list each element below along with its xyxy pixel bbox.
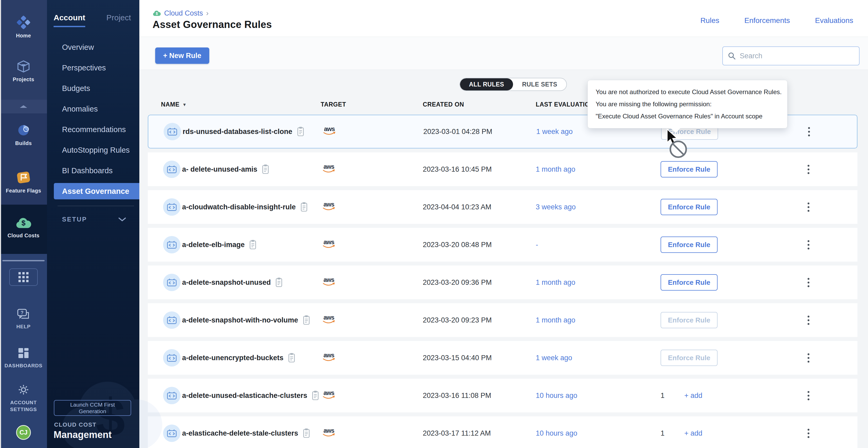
- chevron-down-icon: [118, 217, 126, 221]
- nav-link-evaluations[interactable]: Evaluations: [815, 16, 853, 25]
- breadcrumb-separator: ›: [206, 9, 209, 18]
- kebab-menu-icon[interactable]: [805, 313, 812, 328]
- last-evaluated-cell: 10 hours ago: [536, 391, 658, 400]
- copy-icon[interactable]: [303, 315, 310, 325]
- sidebar-item-autostopping-rules[interactable]: AutoStopping Rules: [47, 140, 140, 160]
- rule-icon: [163, 311, 181, 329]
- nav-link-enforcements[interactable]: Enforcements: [744, 16, 790, 25]
- sidebar-item-bi-dashboards[interactable]: BI Dashboards: [47, 160, 140, 181]
- search-input[interactable]: [740, 52, 854, 60]
- rail-collapse-band[interactable]: [0, 100, 47, 113]
- rail-item-builds[interactable]: Builds: [0, 123, 47, 146]
- target-cell: aws: [321, 238, 423, 251]
- rail-item-account-settings[interactable]: ACCOUNT SETTINGS: [0, 383, 47, 413]
- table-row[interactable]: a-elasticache-delete-stale-clusters aws …: [148, 416, 858, 448]
- cloud-costs-icon: $: [15, 216, 32, 230]
- enforce-rule-button[interactable]: Enforce Rule: [660, 199, 718, 215]
- target-cell: aws: [321, 125, 423, 138]
- nav-link-rules[interactable]: Rules: [701, 16, 719, 25]
- table-row[interactable]: a-delete-elb-image aws 2023-03-20 08:48 …: [148, 228, 858, 262]
- rail-item-home[interactable]: Home: [0, 15, 47, 39]
- cloud-costs-sidebar: $ Account Project Overview Perspectives …: [47, 0, 140, 448]
- enforce-rule-button[interactable]: Enforce Rule: [660, 312, 718, 328]
- page-header: $ Cloud Costs › Asset Governance Rules R…: [140, 0, 868, 37]
- table-row[interactable]: a-cloudwatch-disable-insight-rule aws 20…: [148, 190, 858, 224]
- launch-button-line2: Generation: [79, 408, 106, 414]
- breadcrumb-link-cloud-costs[interactable]: Cloud Costs: [164, 9, 203, 18]
- sidebar-item-anomalies[interactable]: Anomalies: [47, 99, 140, 119]
- row-menu-cell: [790, 388, 858, 403]
- rule-name: a- delete-unused-amis: [182, 165, 257, 173]
- table-row[interactable]: a- delete-unused-amis aws 2023-03-16 10:…: [148, 152, 858, 186]
- tab-account[interactable]: Account: [54, 13, 85, 27]
- toggle-all-rules[interactable]: ALL RULES: [460, 78, 513, 91]
- enforcement-cell: Enforce Rule: [658, 161, 790, 177]
- rule-name: a-delete-elb-image: [182, 241, 245, 249]
- copy-icon[interactable]: [303, 428, 310, 439]
- new-rule-button[interactable]: + New Rule: [155, 47, 209, 64]
- rail-label: DASHBOARDS: [4, 362, 42, 369]
- rule-name: a-delete-unencrypted-buckets: [182, 354, 283, 362]
- enforcement-cell: Enforce Rule: [658, 350, 790, 366]
- svg-text:aws: aws: [323, 314, 334, 321]
- column-header-created-on: CREATED ON: [423, 101, 536, 108]
- enforce-rule-button[interactable]: Enforce Rule: [660, 274, 718, 290]
- table-row[interactable]: a-delete-snapshot-unused aws 2023-03-20 …: [148, 266, 858, 299]
- copy-icon[interactable]: [249, 239, 257, 250]
- last-evaluated-cell: 1 week ago: [536, 354, 658, 362]
- column-header-name[interactable]: NAME ▾: [148, 101, 321, 108]
- copy-icon[interactable]: [275, 277, 283, 288]
- product-name: Management: [54, 429, 112, 440]
- kebab-menu-icon[interactable]: [805, 238, 812, 252]
- add-enforcement-link[interactable]: + add: [684, 391, 702, 400]
- rail-item-feature-flags[interactable]: Feature Flags: [0, 170, 47, 194]
- table-row[interactable]: a-delete-unused-elasticache-clusters aws…: [148, 379, 858, 412]
- asset-governance-page: Home Projects Builds Feature Flags: [0, 0, 868, 448]
- kebab-menu-icon[interactable]: [805, 200, 812, 214]
- help-icon: ?: [17, 308, 31, 321]
- enforce-rule-button[interactable]: Enforce Rule: [660, 161, 718, 177]
- add-enforcement-link[interactable]: + add: [684, 429, 702, 438]
- setup-section-toggle[interactable]: SETUP: [62, 216, 126, 223]
- copy-icon[interactable]: [261, 164, 270, 175]
- launch-ccm-first-gen-button[interactable]: Launch CCM First Generation: [54, 400, 131, 416]
- aws-logo: aws: [321, 238, 337, 250]
- main-area: $ Cloud Costs › Asset Governance Rules R…: [140, 0, 868, 448]
- aws-logo: aws: [321, 163, 337, 175]
- sidebar-item-recommendations[interactable]: Recommendations: [47, 119, 140, 140]
- column-label: TARGET: [321, 101, 346, 108]
- copy-icon[interactable]: [297, 126, 305, 137]
- kebab-menu-icon[interactable]: [805, 388, 812, 403]
- enforce-rule-button[interactable]: Enforce Rule: [660, 350, 718, 366]
- sidebar-item-perspectives[interactable]: Perspectives: [47, 58, 140, 78]
- rail-item-cloud-costs[interactable]: $ Cloud Costs: [0, 216, 47, 239]
- rule-icon-cell: [148, 198, 182, 216]
- kebab-menu-icon[interactable]: [805, 351, 812, 365]
- copy-icon[interactable]: [288, 352, 296, 363]
- sidebar-item-asset-governance[interactable]: Asset Governance: [54, 183, 140, 199]
- sidebar-item-budgets[interactable]: Budgets: [47, 78, 140, 99]
- enforce-rule-button[interactable]: Enforce Rule: [660, 237, 718, 253]
- copy-icon[interactable]: [300, 202, 308, 212]
- setup-label: SETUP: [62, 216, 87, 223]
- avatar-initials: CJ: [20, 429, 28, 436]
- rule-icon: [163, 349, 181, 367]
- svg-text:$: $: [156, 11, 158, 15]
- table-row[interactable]: a-delete-unencrypted-buckets aws 2023-03…: [148, 341, 858, 375]
- kebab-menu-icon[interactable]: [805, 125, 813, 139]
- copy-icon[interactable]: [311, 390, 319, 401]
- sidebar-item-overview[interactable]: Overview: [47, 37, 140, 58]
- rail-item-projects[interactable]: Projects: [0, 59, 47, 82]
- rule-name-cell: a-cloudwatch-disable-insight-rule: [182, 202, 321, 212]
- module-switcher-button[interactable]: [9, 269, 38, 286]
- user-avatar[interactable]: CJ: [16, 425, 31, 440]
- table-row[interactable]: a-delete-snapshot-with-no-volume aws 202…: [148, 303, 858, 337]
- kebab-menu-icon[interactable]: [805, 162, 812, 177]
- rail-item-help[interactable]: ? HELP: [0, 308, 47, 330]
- kebab-menu-icon[interactable]: [805, 275, 812, 290]
- tab-project[interactable]: Project: [106, 13, 131, 27]
- rail-item-dashboards[interactable]: DASHBOARDS: [0, 346, 47, 369]
- toggle-rule-sets[interactable]: RULE SETS: [513, 78, 566, 91]
- product-eyebrow: CLOUD COST: [54, 421, 96, 428]
- kebab-menu-icon[interactable]: [805, 426, 812, 441]
